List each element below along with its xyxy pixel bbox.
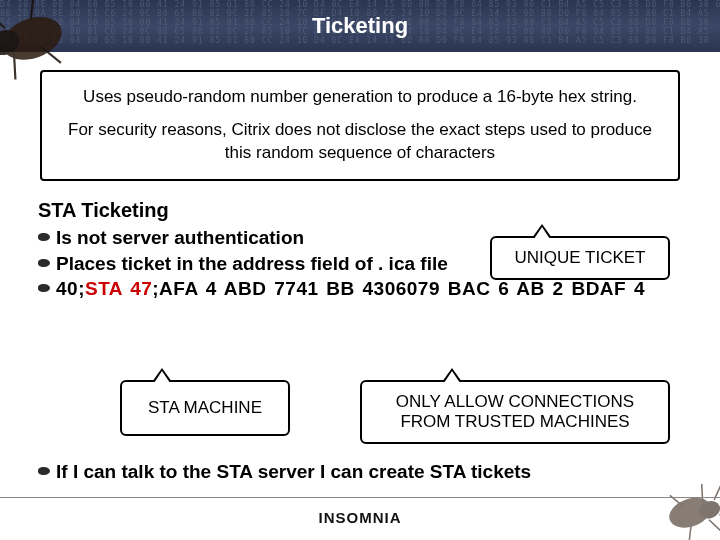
footer-brand: INSOMNIA — [319, 509, 402, 526]
ticket-prefix: 40; — [56, 278, 85, 299]
list-item-ticket: 40;STA 47;AFA 4 ABD 7741 BB 4306079 BAC … — [56, 277, 682, 301]
ticket-machine: STA 47 — [85, 278, 152, 299]
page-title: Ticketing — [312, 13, 408, 39]
callout-allow: ONLY ALLOW CONNECTIONS FROM TRUSTED MACH… — [360, 380, 670, 444]
callout-label: UNIQUE TICKET — [515, 248, 646, 267]
info-box: Uses pseudo-random number generation to … — [40, 70, 680, 181]
slide-content: Uses pseudo-random number generation to … — [0, 52, 720, 413]
callout-sta-machine: STA MACHINE — [120, 380, 290, 436]
callout-label: STA MACHINE — [148, 398, 262, 417]
sta-heading: STA Ticketing — [38, 199, 682, 222]
info-line-2: For security reasons, Citrix does not di… — [62, 119, 658, 165]
list-item: If I can talk to the STA server I can cr… — [56, 460, 690, 484]
final-bullet-row: If I can talk to the STA server I can cr… — [38, 460, 690, 486]
callout-unique-ticket: UNIQUE TICKET — [490, 236, 670, 280]
info-line-1: Uses pseudo-random number generation to … — [62, 86, 658, 109]
footer-divider — [0, 497, 720, 498]
callout-label: ONLY ALLOW CONNECTIONS FROM TRUSTED MACH… — [396, 392, 634, 431]
slide-header: D4 10 8E 00 04 60 65 10 00 41 24 91 85 0… — [0, 0, 720, 52]
ticket-unique: AFA 4 ABD 7741 BB 4306079 BAC 6 AB 2 BDA… — [159, 278, 645, 299]
